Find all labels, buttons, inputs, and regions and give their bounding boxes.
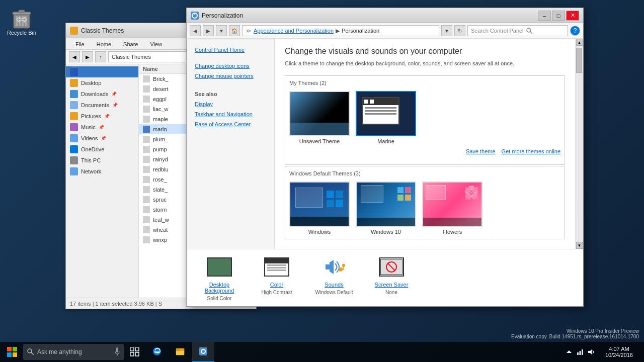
this-pc-icon [70,156,78,164]
svg-marker-55 [588,349,592,354]
p-forward-button[interactable]: ▶ [203,25,214,36]
sidebar-item-documents[interactable]: Documents 📌 [66,100,138,111]
sidebar-item-downloads[interactable]: Downloads 📌 [66,88,138,100]
control-panel-home-link[interactable]: Control Panel Home [187,45,274,55]
screen-saver-label: Screen Saver [375,282,409,288]
theme-marine[interactable]: Marine [356,91,416,144]
desktop-background-sublabel: Solid Color [207,296,232,301]
p-title-text: Personalization [202,12,535,19]
recycle-bin-icon [12,7,32,30]
search-bar[interactable]: Ask me anything [23,344,124,360]
theme-flowers[interactable]: 🌸 [422,182,482,235]
windows-default-themes-grid: Windows [289,182,560,235]
sidebar-item-music[interactable]: Music 📌 [66,122,138,133]
p-theme-actions: Save theme Get more themes online [289,148,560,154]
fe-tab-file[interactable]: File [70,39,90,49]
svg-rect-13 [336,191,343,198]
taskbar-app-personalization[interactable] [192,342,214,362]
p-breadcrumb[interactable]: ≫ Appearance and Personalization ▶ Perso… [242,25,439,36]
get-more-themes-link[interactable]: Get more themes online [502,148,560,154]
windows-info-line1: Windows 10 Pro Insider Preview [511,328,639,334]
svg-rect-49 [199,347,207,355]
svg-rect-15 [336,200,343,207]
p-main-desc: Click a theme to change the desktop back… [285,60,565,67]
theme-windows10[interactable]: Windows 10 [356,182,416,235]
fe-tab-home[interactable]: Home [91,39,117,49]
change-desktop-icons-link[interactable]: Change desktop icons [187,61,274,71]
fe-back-button[interactable]: ◀ [69,51,80,62]
pictures-icon [70,112,78,120]
volume-tray-icon[interactable] [586,347,596,357]
volume-tray-icon-svg [588,348,595,355]
sidebar-item-quick-access[interactable] [66,66,138,77]
search-icon [526,27,533,34]
svg-rect-14 [327,200,334,207]
color-item[interactable]: Color High Contrast [254,254,299,301]
p-close-button[interactable]: ✕ [566,11,579,21]
sounds-item[interactable]: Sounds Windows Default [311,254,357,301]
svg-point-10 [527,28,531,32]
p-home-button[interactable]: 🏠 [229,25,240,36]
sidebar-item-onedrive[interactable]: OneDrive [66,144,138,155]
fe-tab-view[interactable]: View [144,39,168,49]
taskbar-app-explorer[interactable] [169,342,191,362]
sidebar-item-this-pc[interactable]: This PC [66,155,138,166]
file-icon [143,236,150,243]
sidebar-item-network[interactable]: Network [66,166,138,177]
theme-unsaved[interactable]: Unsaved Theme [289,91,350,144]
scrollbar-down-button[interactable]: ▼ [576,242,583,249]
task-view-button[interactable] [125,342,145,362]
tray-expand-button[interactable] [564,347,574,357]
sidebar-item-pictures[interactable]: Pictures 📌 [66,111,138,122]
scrollbar-thumb[interactable] [576,48,582,73]
svg-point-9 [194,14,195,15]
p-refresh-button[interactable]: ↻ [454,25,465,36]
p-maximize-button[interactable]: □ [552,11,565,21]
start-button[interactable] [2,342,22,362]
taskbar-app-edge[interactable] [146,342,168,362]
file-icon [143,146,150,153]
fe-up-button[interactable]: ↑ [95,51,106,62]
sidebar-item-label: Network [81,168,101,174]
svg-rect-19 [405,195,411,201]
taskbar-navigation-link[interactable]: Taskbar and Navigation [187,109,274,119]
desktop-background-item[interactable]: Desktop Background Solid Color [197,254,242,301]
network-tray-icon[interactable] [575,347,585,357]
p-help-button[interactable]: ? [570,26,580,36]
change-mouse-pointers-link[interactable]: Change mouse pointers [187,71,274,81]
desktop-background-icon [207,254,232,280]
theme-windows[interactable]: Windows [289,182,350,235]
name-column-header: Name [143,66,158,72]
breadcrumb-root[interactable]: Appearance and Personalization [254,28,334,34]
quick-access-icon [70,68,78,76]
svg-point-28 [342,264,345,267]
sidebar-item-videos[interactable]: Videos 📌 [66,133,138,144]
p-minimize-button[interactable]: – [538,11,551,21]
screen-saver-item[interactable]: Screen Saver None [369,254,414,301]
p-back-button[interactable]: ◀ [190,25,201,36]
show-desktop-button[interactable] [638,342,642,362]
downloads-icon [70,90,78,98]
recycle-bin[interactable]: Recycle Bin [5,5,38,38]
save-theme-link[interactable]: Save theme [466,148,496,154]
theme-marine-name: Marine [377,138,394,144]
theme-flowers-name: Flowers [443,229,462,235]
fe-sidebar: Desktop Downloads 📌 Documents 📌 Pictures… [66,64,139,298]
file-icon [143,186,150,193]
p-search-box[interactable]: Search Control Panel [467,25,568,36]
sounds-sublabel: Windows Default [315,290,353,295]
pin-icon: 📌 [112,103,118,108]
display-link[interactable]: Display [187,99,274,109]
p-scrollbar[interactable]: ▲ ▼ [575,39,583,249]
fe-tab-share[interactable]: Share [118,39,143,49]
clock[interactable]: 4:07 AM 10/24/2016 [601,346,637,358]
p-recent-button[interactable]: ▼ [216,25,227,36]
scrollbar-track[interactable] [576,46,583,242]
sidebar-item-desktop[interactable]: Desktop [66,77,138,88]
ease-of-access-link[interactable]: Ease of Access Center [187,119,274,129]
start-icon [7,347,17,357]
p-breadcrumb-expand[interactable]: ▼ [441,25,452,36]
scrollbar-up-button[interactable]: ▲ [576,39,583,46]
search-placeholder-text: Ask me anything [37,348,82,355]
fe-forward-button[interactable]: ▶ [82,51,93,62]
